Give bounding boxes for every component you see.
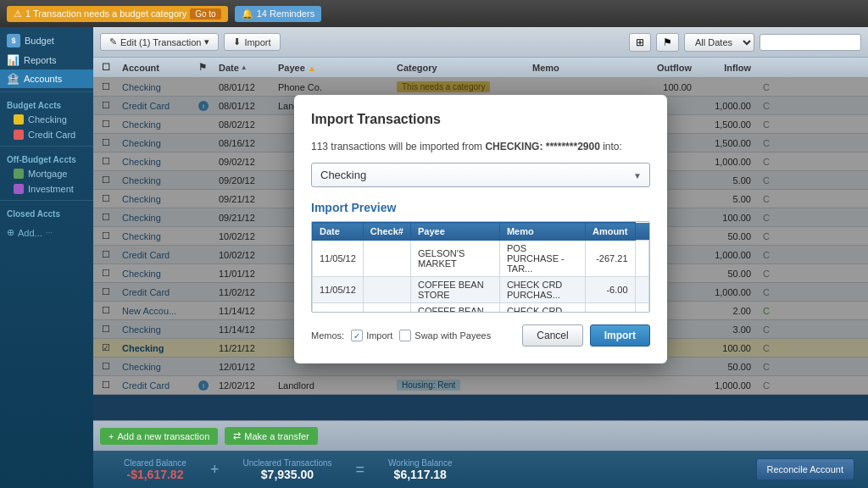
uncleared-transactions-item: Uncleared Transactions $7,935.00 (225, 458, 348, 481)
preview-scroll[interactable]: Date Check# Payee Memo Amount 11/05/12 G… (311, 221, 650, 313)
swap-checkbox[interactable]: ✓ Swap with Payees (399, 330, 491, 341)
th-date[interactable]: Date ▲ (214, 63, 273, 73)
budget-icon: $ (7, 34, 20, 47)
th-outflow: Outflow (629, 63, 697, 73)
toolbar: ✎ Edit (1) Transaction ▾ ⬇ Import ⊞ ⚑ Al… (93, 27, 868, 58)
cancel-button[interactable]: Cancel (522, 324, 582, 347)
th-inflow: Inflow (697, 63, 756, 73)
reconcile-btn[interactable]: Reconcile Account (756, 458, 855, 480)
th-memo: Memo (527, 63, 629, 73)
working-balance-item: Working Balance $6,117.18 (371, 458, 469, 481)
budget-category-notification[interactable]: ⚠ 1 Transaction needs a budget category … (7, 6, 228, 22)
closed-accts-header: Closed Accts (0, 204, 93, 220)
sidebar: $ Budget 📊 Reports 🏦 Accounts Budget Acc… (0, 27, 93, 488)
working-value: $6,117.18 (394, 468, 447, 481)
th-date: Date (313, 223, 364, 241)
table-header: ☐ Account ⚑ Date ▲ Payee ▲ Category Memo… (93, 58, 868, 78)
off-budget-header: Off-Budget Accts (0, 150, 93, 166)
sidebar-item-credit-card[interactable]: Credit Card (0, 127, 93, 142)
search-input[interactable] (760, 34, 861, 51)
clock-icon: 🔔 (242, 8, 253, 19)
th-payee: Payee (410, 223, 499, 241)
preview-table-row: 11/05/12 COFFEE BEAN STORE CHECK CRD PUR… (313, 303, 649, 313)
budget-accts-header: Budget Accts (0, 96, 93, 112)
accounts-icon: 🏦 (7, 73, 19, 85)
warning-icon: ⚠ (14, 8, 22, 19)
footer-memos: Memos: ✓ Import ✓ Swap with Payees (311, 330, 515, 341)
import-modal: Import Transactions 113 transactions wil… (294, 95, 667, 363)
import-checkbox[interactable]: ✓ Import (351, 330, 392, 341)
bottom-bar: + Add a new transaction ⇄ Make a transfe… (93, 420, 868, 451)
th-check: Check# (363, 223, 410, 241)
import-check-box: ✓ (351, 330, 363, 341)
status-bar: Cleared Balance -$1,617.82 + Uncleared T… (93, 451, 868, 488)
cleared-balance-item: Cleared Balance -$1,617.82 (107, 458, 203, 481)
edit-dropdown-arrow: ▾ (204, 36, 209, 47)
preview-table: Date Check# Payee Memo Amount 11/05/12 G… (312, 222, 649, 313)
th-scroll (635, 223, 649, 241)
add-account-btn[interactable]: ⊕ Add... ··· (0, 224, 93, 241)
add-transaction-btn[interactable]: + Add a new transaction (100, 428, 218, 445)
equals-sign: = (349, 461, 372, 479)
modal-overlay: Import Transactions 113 transactions wil… (93, 78, 868, 420)
modal-footer: Memos: ✓ Import ✓ Swap with Payees Cance… (311, 324, 650, 347)
checking-icon (14, 114, 24, 125)
th-amount: Amount (585, 223, 635, 241)
sidebar-item-accounts[interactable]: 🏦 Accounts (0, 69, 93, 88)
import-btn[interactable]: ⬇ Import (224, 33, 280, 51)
import-preview-title: Import Preview (311, 201, 650, 214)
edit-transaction-btn[interactable]: ✎ Edit (1) Transaction ▾ (100, 33, 219, 51)
modal-desc: 113 transactions will be imported from C… (311, 141, 650, 152)
preview-table-row: 11/05/12 GELSON'S MARKET POS PURCHASE - … (313, 241, 649, 277)
sidebar-item-checking[interactable]: Checking (0, 112, 93, 127)
sidebar-item-budget[interactable]: $ Budget (0, 30, 93, 51)
import-button[interactable]: Import (590, 324, 650, 347)
sidebar-item-reports[interactable]: 📊 Reports (0, 51, 93, 69)
main-area: ✎ Edit (1) Transaction ▾ ⬇ Import ⊞ ⚑ Al… (93, 27, 868, 488)
th-flag: ⚑ (193, 62, 214, 73)
account-select[interactable]: Checking (311, 163, 650, 187)
date-filter-select[interactable]: All Dates (684, 33, 754, 52)
th-category: Category (392, 63, 527, 73)
credit-card-icon (14, 130, 24, 140)
th-account: Account (117, 63, 193, 73)
account-select-wrap: Checking ▼ (311, 163, 650, 187)
th-payee[interactable]: Payee ▲ (273, 63, 392, 73)
reports-icon: 📊 (7, 54, 19, 66)
uncleared-label: Uncleared Transactions (242, 458, 331, 468)
plus-icon: + (108, 431, 114, 441)
goto-btn[interactable]: Go to (190, 8, 220, 19)
th-check: ☐ (97, 62, 117, 73)
top-bar: ⚠ 1 Transaction needs a budget category … (0, 0, 868, 27)
mortgage-icon (14, 169, 24, 179)
main-layout: $ Budget 📊 Reports 🏦 Accounts Budget Acc… (0, 27, 868, 488)
sidebar-item-mortgage[interactable]: Mortgage (0, 166, 93, 181)
plus-sign: + (203, 461, 226, 479)
table-body: ☐ Checking 08/01/12 Phone Co. This needs… (93, 78, 868, 420)
modal-title: Import Transactions (311, 112, 650, 127)
warning-triangle: ▲ (308, 64, 316, 73)
grid-icon-btn[interactable]: ⊞ (629, 33, 651, 52)
flag-icon-btn[interactable]: ⚑ (656, 33, 679, 52)
import-icon: ⬇ (233, 36, 241, 47)
swap-check-box: ✓ (399, 330, 411, 341)
uncleared-value: $7,935.00 (261, 468, 314, 481)
cleared-label: Cleared Balance (124, 458, 186, 468)
th-memo: Memo (499, 223, 585, 241)
working-label: Working Balance (388, 458, 452, 468)
toolbar-right: ⊞ ⚑ All Dates (629, 33, 861, 52)
edit-icon: ✎ (109, 36, 117, 47)
investment-icon (14, 184, 24, 194)
account-mask: CHECKING: ********2900 (485, 141, 599, 152)
transfer-icon: ⇄ (233, 430, 241, 441)
reminders-notification[interactable]: 🔔 14 Reminders (235, 6, 321, 22)
cleared-value: -$1,617.82 (126, 468, 183, 481)
sidebar-item-investment[interactable]: Investment (0, 181, 93, 197)
plus-icon: ⊕ (7, 227, 14, 238)
sort-arrow: ▲ (241, 64, 248, 71)
make-transfer-btn[interactable]: ⇄ Make a transfer (225, 427, 317, 445)
preview-table-row: 11/05/12 COFFEE BEAN STORE CHECK CRD PUR… (313, 277, 649, 303)
